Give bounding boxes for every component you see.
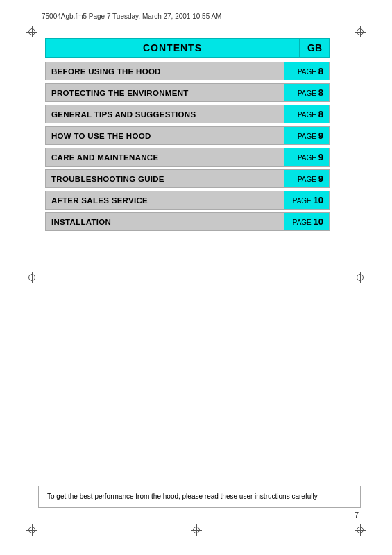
page-word: PAGE: [298, 89, 318, 97]
toc-label: TROUBLESHOOTING GUIDE: [46, 170, 284, 187]
page-word: PAGE: [293, 219, 314, 226]
toc-label: GENERAL TIPS AND SUGGESTIONS: [46, 105, 284, 123]
crosshair-middle-right: [355, 272, 366, 283]
toc-row: CARE AND MAINTENANCE PAGE 9: [45, 148, 330, 166]
toc-label: INSTALLATION: [46, 213, 284, 230]
toc-page-text: PAGE 8: [298, 109, 323, 119]
toc-page: PAGE 9: [284, 127, 329, 144]
toc-page-text: PAGE 8: [298, 87, 323, 98]
page-word: PAGE: [298, 154, 318, 162]
toc-label-text: GENERAL TIPS AND SUGGESTIONS: [51, 110, 196, 119]
toc-label: CARE AND MAINTENANCE: [46, 148, 284, 166]
toc-page-text: PAGE 8: [298, 66, 323, 76]
toc-page: PAGE 8: [284, 84, 329, 101]
contents-gb-label: GB: [307, 42, 322, 53]
toc-row: TROUBLESHOOTING GUIDE PAGE 9: [45, 169, 330, 188]
toc-row: PROTECTING THE ENVIRONMENT PAGE 8: [45, 83, 330, 102]
page-word: PAGE: [298, 68, 318, 76]
toc-label-text: BEFORE USING THE HOOD: [51, 67, 161, 76]
page-num: 10: [314, 216, 323, 227]
contents-header: CONTENTS GB: [45, 38, 330, 58]
page-num: 8: [318, 87, 323, 98]
crosshair-bottom-center: [191, 524, 202, 536]
page-num: 9: [318, 130, 323, 141]
toc-page: PAGE 8: [284, 105, 329, 123]
toc-row: AFTER SALES SERVICE PAGE 10: [45, 191, 330, 210]
toc-page: PAGE 10: [284, 191, 329, 209]
contents-title: CONTENTS: [143, 42, 202, 53]
page-word: PAGE: [298, 111, 318, 119]
toc-label: HOW TO USE THE HOOD: [46, 127, 284, 144]
contents-title-cell: CONTENTS: [45, 38, 300, 58]
page-word: PAGE: [293, 197, 314, 205]
contents-gb-cell: GB: [300, 38, 330, 58]
toc-page: PAGE 10: [284, 213, 329, 230]
page-num: 9: [318, 173, 323, 184]
crosshair-bottom-left: [26, 524, 37, 536]
bottom-note: To get the best performance from the hoo…: [38, 486, 361, 508]
content-area: CONTENTS GB BEFORE USING THE HOOD PAGE 8…: [45, 38, 330, 234]
toc-page-text: PAGE 9: [298, 130, 323, 141]
toc-label: AFTER SALES SERVICE: [46, 191, 284, 209]
toc-label-text: TROUBLESHOOTING GUIDE: [51, 175, 164, 183]
crosshair-bottom-right: [355, 524, 366, 536]
page-num: 8: [318, 109, 323, 119]
toc-page: PAGE 9: [284, 148, 329, 166]
crosshair-top-left: [26, 26, 37, 37]
page-num: 8: [318, 66, 323, 76]
toc-page: PAGE 8: [284, 62, 329, 80]
toc-row: BEFORE USING THE HOOD PAGE 8: [45, 62, 330, 80]
toc-page-text: PAGE 10: [293, 216, 323, 227]
crosshair-top-right: [355, 26, 366, 37]
toc-row: GENERAL TIPS AND SUGGESTIONS PAGE 8: [45, 105, 330, 123]
toc-row: INSTALLATION PAGE 10: [45, 212, 330, 231]
file-info: 75004Agb.fm5 Page 7 Tuesday, March 27, 2…: [42, 12, 221, 20]
page-word: PAGE: [298, 133, 318, 140]
page-word: PAGE: [298, 176, 318, 183]
toc-label: PROTECTING THE ENVIRONMENT: [46, 84, 284, 101]
toc-label-text: INSTALLATION: [51, 218, 111, 226]
toc-label-text: HOW TO USE THE HOOD: [51, 132, 151, 140]
toc-page-text: PAGE 9: [298, 173, 323, 184]
page-container: 75004Agb.fm5 Page 7 Tuesday, March 27, 2…: [0, 0, 392, 555]
toc-label-text: CARE AND MAINTENANCE: [51, 153, 158, 162]
page-num: 10: [314, 195, 323, 205]
toc-label-text: PROTECTING THE ENVIRONMENT: [51, 89, 189, 97]
toc-list: BEFORE USING THE HOOD PAGE 8 PROTECTING …: [45, 62, 330, 231]
toc-page-text: PAGE 10: [293, 195, 323, 205]
crosshair-middle-left: [26, 272, 37, 283]
page-number: 7: [355, 511, 359, 519]
page-num: 9: [318, 152, 323, 162]
toc-label: BEFORE USING THE HOOD: [46, 62, 284, 80]
toc-label-text: AFTER SALES SERVICE: [51, 196, 148, 205]
toc-row: HOW TO USE THE HOOD PAGE 9: [45, 126, 330, 145]
toc-page-text: PAGE 9: [298, 152, 323, 162]
toc-page: PAGE 9: [284, 170, 329, 187]
